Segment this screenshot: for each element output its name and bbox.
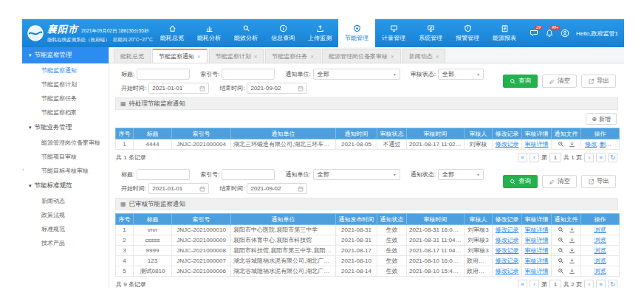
nav-item-6[interactable]: 计量管理 xyxy=(375,19,412,47)
op-link[interactable]: 浏览 xyxy=(595,258,606,264)
pending-search-button[interactable]: 查询 xyxy=(503,75,538,88)
sidebar-item-0-2[interactable]: 节能监察任务 xyxy=(22,91,109,106)
messages-button[interactable]: 29 xyxy=(530,29,538,38)
add-notice-button[interactable]: ⊕ 新增 xyxy=(586,113,617,125)
pending-start-date[interactable]: 2021-01-01 xyxy=(148,83,209,94)
nav-item-7[interactable]: 系统管理 xyxy=(412,19,449,47)
preview-icon[interactable] xyxy=(558,227,564,233)
user-greeting[interactable]: Hello,政府监管1 xyxy=(576,30,618,38)
tab-2[interactable]: 节能监察计划× xyxy=(209,49,264,63)
download-icon[interactable] xyxy=(569,268,575,274)
reviewed-clear-button[interactable]: 清空 xyxy=(542,175,577,188)
logout-button[interactable]: 退出 xyxy=(634,27,643,40)
sidebar-group-2[interactable]: ▾节能标准规范 xyxy=(22,178,109,194)
op-link[interactable]: 浏览 xyxy=(595,237,606,243)
op-link[interactable]: 浏览 xyxy=(595,247,606,254)
pending-export-button[interactable]: 导出 xyxy=(581,75,616,88)
op-link[interactable]: 修改 xyxy=(585,141,597,148)
nav-item-1[interactable]: 能耗分析 xyxy=(191,19,227,47)
pending-title-input[interactable] xyxy=(137,69,190,80)
op-link[interactable]: 浏览 xyxy=(595,227,606,233)
prev-page-button[interactable]: ‹ xyxy=(530,153,539,162)
nav-item-8[interactable]: 报警管理 xyxy=(449,19,486,47)
nav-item-3[interactable]: 信息查询 xyxy=(264,19,301,47)
nav-item-4[interactable]: 上传监测 xyxy=(301,19,338,47)
close-icon[interactable]: × xyxy=(391,53,394,60)
table-link[interactable]: 审核详情 xyxy=(525,268,549,274)
reviewed-end-date[interactable]: 2021-09-02 xyxy=(247,183,307,194)
sidebar-collapse-handle[interactable]: ‹ xyxy=(22,164,28,176)
reviewed-unit-select[interactable]: 全部 ▾ xyxy=(313,169,400,180)
sidebar-item-2-0[interactable]: 新闻动态 xyxy=(22,194,109,208)
sidebar-item-0-3[interactable]: 节能监察档案 xyxy=(22,106,109,120)
page-number-input[interactable]: 1 xyxy=(549,153,561,162)
reviewed-status-select[interactable]: 全部 ▾ xyxy=(438,169,484,180)
preview-icon[interactable] xyxy=(558,141,564,148)
prev-page-button[interactable]: ‹ xyxy=(530,280,539,288)
op-link[interactable]: 删除 xyxy=(600,141,612,148)
close-icon[interactable]: × xyxy=(310,53,314,60)
sidebar-item-1-1[interactable]: 节能项目审核 xyxy=(22,150,109,164)
sidebar-item-1-0[interactable]: 能源管理岗位备案审核 xyxy=(22,136,109,150)
first-page-button[interactable]: « xyxy=(518,153,527,162)
table-link[interactable]: 审核详情 xyxy=(525,141,549,148)
table-link[interactable]: 修改记录 xyxy=(496,227,519,233)
sidebar-group-1[interactable]: ▾节能业务管理 xyxy=(22,120,109,136)
op-link[interactable]: 浏览 xyxy=(595,268,606,274)
table-link[interactable]: 修改记录 xyxy=(496,268,519,274)
table-link[interactable]: 审核详情 xyxy=(525,237,549,243)
table-link[interactable]: 审核详情 xyxy=(525,227,549,233)
download-icon[interactable] xyxy=(569,237,575,243)
tab-0[interactable]: 能耗总览 xyxy=(114,49,151,63)
reviewed-title-input[interactable] xyxy=(137,169,190,180)
close-icon[interactable]: × xyxy=(254,53,258,60)
table-link[interactable]: 修改记录 xyxy=(496,247,519,254)
download-icon[interactable] xyxy=(569,247,575,254)
refresh-button[interactable]: ↻ xyxy=(608,280,617,288)
sidebar-item-2-2[interactable]: 标准规范 xyxy=(22,222,109,236)
sidebar-item-2-1[interactable]: 政策法规 xyxy=(22,208,109,222)
sidebar-group-0[interactable]: ▾节能监察管理 xyxy=(22,47,109,63)
table-link[interactable]: 修改记录 xyxy=(496,141,519,148)
next-page-button[interactable]: › xyxy=(584,153,594,162)
reviewed-start-date[interactable]: 2021-01-01 xyxy=(148,183,209,194)
first-page-button[interactable]: « xyxy=(518,280,527,288)
user-menu-caret-icon[interactable]: ▾ xyxy=(625,30,628,36)
tab-3[interactable]: 节能监察任务× xyxy=(265,49,321,63)
download-icon[interactable] xyxy=(569,258,575,264)
last-page-button[interactable]: » xyxy=(596,153,606,162)
table-link[interactable]: 审核详情 xyxy=(525,258,549,264)
sidebar-item-0-1[interactable]: 节能监察计划 xyxy=(22,77,109,91)
sidebar-item-2-3[interactable]: 技术产品 xyxy=(22,236,109,250)
preview-icon[interactable] xyxy=(558,247,564,254)
pending-clear-button[interactable]: 清空 xyxy=(542,75,577,88)
pending-unit-select[interactable]: 全部 ▾ xyxy=(313,69,400,80)
tab-4[interactable]: 能源管理岗位备案审核× xyxy=(322,49,401,63)
last-page-button[interactable]: » xyxy=(596,280,606,288)
sidebar-item-0-0[interactable]: 节能监察通知 xyxy=(22,63,109,77)
user-avatar-icon[interactable] xyxy=(561,29,569,38)
notifications-button[interactable]: 99+ xyxy=(545,29,554,38)
download-icon[interactable] xyxy=(569,227,575,233)
reviewed-search-button[interactable]: 查询 xyxy=(503,175,538,188)
op-link[interactable]: 浏览 xyxy=(614,141,620,148)
table-link[interactable]: 修改记录 xyxy=(496,258,519,264)
pending-index-input[interactable] xyxy=(222,69,275,80)
table-link[interactable]: 审核详情 xyxy=(525,247,549,254)
tab-1[interactable]: 节能监察通知× xyxy=(152,49,208,63)
next-page-button[interactable]: › xyxy=(584,280,594,288)
nav-item-9[interactable]: 能源报表 xyxy=(486,19,523,47)
tab-5[interactable]: 新闻动态× xyxy=(402,49,446,63)
preview-icon[interactable] xyxy=(558,258,564,264)
table-link[interactable]: 修改记录 xyxy=(496,237,519,243)
download-icon[interactable] xyxy=(569,141,575,148)
close-icon[interactable]: × xyxy=(197,53,201,60)
pending-end-date[interactable]: 2021-09-02 xyxy=(247,83,307,94)
close-icon[interactable]: × xyxy=(436,53,439,60)
nav-item-2[interactable]: 能效分析 xyxy=(227,19,264,47)
sidebar-item-1-2[interactable]: 节能目标考核审核 xyxy=(22,164,109,178)
preview-icon[interactable] xyxy=(558,268,564,274)
reviewed-index-input[interactable] xyxy=(222,169,275,180)
preview-icon[interactable] xyxy=(558,237,564,243)
nav-item-0[interactable]: 能耗总览 xyxy=(154,19,191,47)
